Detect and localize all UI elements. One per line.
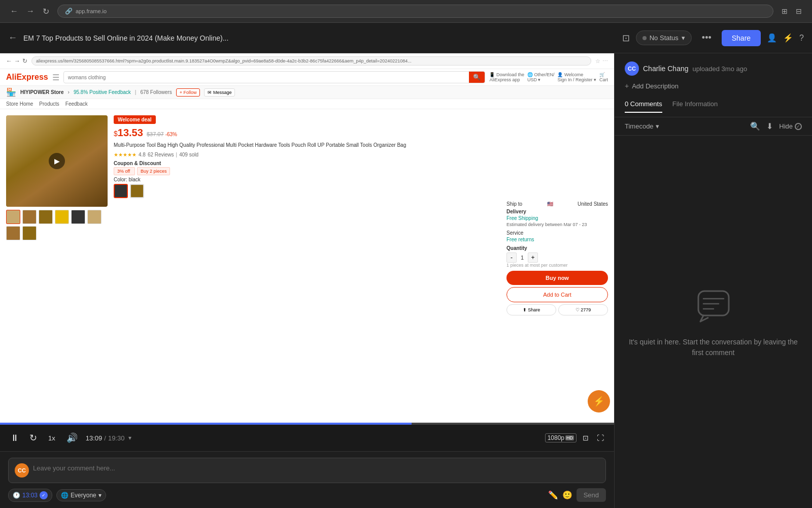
ae-thumbnails <box>6 210 108 240</box>
url-text: app.frame.io <box>76 8 766 14</box>
tab-comments[interactable]: 0 Comments <box>625 96 662 113</box>
ae-search-button[interactable]: 🔍 <box>469 72 485 83</box>
ae-cart: 🛒Cart <box>599 72 608 82</box>
ae-free-shipping: Free Shipping <box>506 215 608 221</box>
ae-products-link[interactable]: Products <box>39 101 59 107</box>
theater-mode-btn[interactable]: ⊡ <box>581 433 591 443</box>
ae-est-delivery: Estimated delivery between Mar 07 - 23 <box>506 222 608 227</box>
ae-url-bar[interactable]: aliexpress.us/item/3256805085537666.html… <box>31 56 591 66</box>
audience-label: Everyone <box>71 492 96 499</box>
more-options-button[interactable]: ••• <box>698 30 716 45</box>
ae-thumb-6[interactable] <box>87 210 101 224</box>
ae-price-main: 13.53 <box>118 127 143 138</box>
draw-button[interactable]: ✏️ <box>548 490 558 500</box>
ae-thumb-2[interactable] <box>22 210 37 224</box>
compare-icon-btn[interactable]: ⊡ <box>622 33 630 44</box>
ae-store-home-link[interactable]: Store Home <box>6 101 33 107</box>
ae-pipe: | <box>135 89 137 95</box>
loop-button[interactable]: ↻ <box>27 430 39 446</box>
browser-split-btn[interactable]: ⊟ <box>794 6 804 16</box>
play-pause-button[interactable]: ⏸ <box>8 431 21 446</box>
emoji-button[interactable]: 🙂 <box>562 490 572 500</box>
ae-search-bar[interactable]: 🔍 <box>63 71 486 83</box>
ae-swatch-black[interactable] <box>114 184 128 198</box>
download-icon-btn[interactable]: ⬇ <box>766 121 773 131</box>
total-time: 19:30 <box>108 434 125 442</box>
lightning-icon-btn[interactable]: ⚡ <box>783 33 793 43</box>
panel-controls: Timecode ▾ 🔍 ⬇ Hide ✓ <box>615 117 812 136</box>
ae-delivery-label: Delivery <box>506 209 608 214</box>
timecode-chevron-icon: ▾ <box>656 122 659 130</box>
volume-button[interactable]: 🔊 <box>64 430 80 446</box>
ae-add-to-cart-btn[interactable]: Add to Cart <box>506 287 608 302</box>
main-layout: ← → ↻ aliexpress.us/item/325680508553766… <box>0 53 812 508</box>
add-description-button[interactable]: + Add Description <box>625 82 679 90</box>
tab-file-information[interactable]: File Information <box>672 96 718 113</box>
share-button[interactable]: Share <box>722 30 761 46</box>
ae-product-images: ▶ <box>6 115 108 417</box>
uploader-avatar: CC <box>625 61 639 76</box>
browser-forward-btn[interactable]: → <box>24 5 37 18</box>
browser-url-bar[interactable]: 🔗 app.frame.io <box>57 5 773 18</box>
browser-grid-btn[interactable]: ⊞ <box>780 6 790 16</box>
back-button[interactable]: ← <box>8 33 17 43</box>
ae-thumb-7[interactable] <box>6 226 20 240</box>
ae-back-btn[interactable]: ← <box>6 57 12 65</box>
ae-follow-btn[interactable]: + Follow <box>176 88 200 97</box>
ae-qty-input: - 1 + <box>506 252 608 263</box>
status-badge[interactable]: No Status ▾ <box>636 30 692 45</box>
uploader-info: CC Charlie Chang uploaded 3mo ago <box>625 61 802 76</box>
tab-file-info-label: File Information <box>672 100 718 108</box>
time-dropdown-icon: ▾ <box>128 434 131 441</box>
ae-buy-now-btn[interactable]: Buy now <box>506 271 608 285</box>
comment-input-field[interactable] <box>33 463 599 472</box>
ae-refresh-btn[interactable]: ↻ <box>22 57 27 65</box>
ae-swatch-tan[interactable] <box>130 184 144 198</box>
commenter-avatar: CC <box>15 463 29 478</box>
ae-coupon-off: 3% off <box>117 169 130 174</box>
ae-feedback-link[interactable]: Feedback <box>65 101 88 107</box>
timecode-badge[interactable]: 🕐 13:03 ✓ <box>8 489 52 502</box>
ae-qty-plus[interactable]: + <box>528 252 538 263</box>
ae-color-label: Color: black <box>114 177 141 182</box>
time-separator: / <box>104 434 106 442</box>
ae-thumb-1[interactable] <box>6 210 20 224</box>
timecode-selector[interactable]: Timecode ▾ <box>625 122 659 130</box>
ae-search-input[interactable] <box>64 73 469 82</box>
status-dot <box>642 36 647 40</box>
browser-back-btn[interactable]: ← <box>8 5 20 18</box>
ae-thumb-3[interactable] <box>39 210 53 224</box>
send-button[interactable]: Send <box>577 488 606 502</box>
ae-thumb-5[interactable] <box>71 210 85 224</box>
ae-followers: 678 Followers <box>140 89 172 95</box>
ae-action-buttons: ⬆ Share ♡ 2779 <box>506 304 608 315</box>
avatar-overlay[interactable]: ⚡ <box>588 390 610 412</box>
hide-button[interactable]: Hide ✓ <box>779 122 802 130</box>
help-icon-btn[interactable]: ? <box>799 34 804 43</box>
ae-menu-icon[interactable]: ☰ <box>52 73 59 82</box>
search-icon-btn[interactable]: 🔍 <box>750 121 760 131</box>
ae-qty-value: 1 <box>519 255 526 261</box>
quality-badge[interactable]: 1080p HD <box>545 433 577 442</box>
audience-badge[interactable]: 🌐 Everyone ▾ <box>56 489 106 501</box>
ae-wishlist-btn[interactable]: ♡ 2779 <box>558 304 608 315</box>
ae-qty-note: 1 pieces at most per customer <box>506 263 608 268</box>
fullscreen-btn[interactable]: ⛶ <box>595 433 606 443</box>
ae-more-icon: ⋯ <box>602 58 608 65</box>
ae-color-swatches <box>114 184 608 198</box>
ae-bottom-section: Ship to 🇺🇸 United States Delivery Free S… <box>114 201 608 315</box>
ae-share-action-btn[interactable]: ⬆ Share <box>506 304 556 315</box>
ae-thumb-8[interactable] <box>22 226 37 240</box>
ae-message-btn[interactable]: ✉ Message <box>204 88 235 97</box>
header-right-icons: 👤 ⚡ ? <box>767 33 804 43</box>
ae-qty-minus[interactable]: - <box>506 252 517 263</box>
ae-forward-btn[interactable]: → <box>14 57 20 65</box>
hide-check-icon: ✓ <box>795 123 802 130</box>
add-desc-label: Add Description <box>632 82 679 90</box>
user-icon-btn[interactable]: 👤 <box>767 33 777 43</box>
browser-refresh-btn[interactable]: ↻ <box>41 5 51 18</box>
status-label: No Status <box>650 34 679 42</box>
ae-thumb-4[interactable] <box>55 210 69 224</box>
speed-button[interactable]: 1x <box>45 433 58 443</box>
ae-video-play-btn[interactable]: ▶ <box>49 153 65 169</box>
